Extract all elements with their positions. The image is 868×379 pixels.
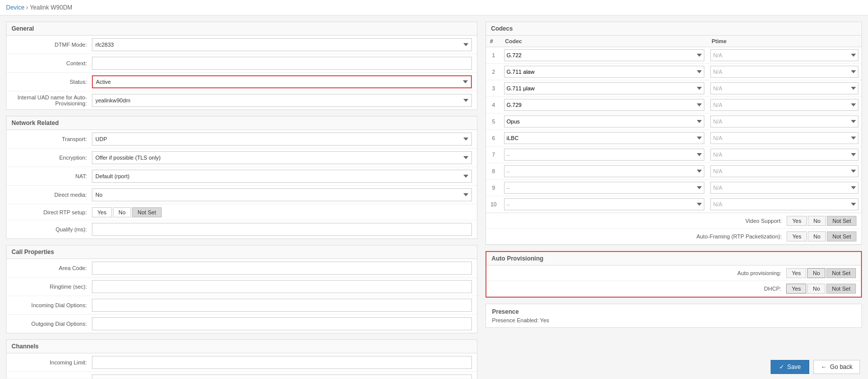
- call-section: Call Properties Area Code: Ringtime (sec…: [6, 245, 477, 333]
- auto-prov-notset[interactable]: Not Set: [826, 268, 856, 278]
- codec-select-3[interactable]: G.711 µlaw: [504, 82, 704, 94]
- encryption-select[interactable]: Offer if possible (TLS only): [92, 151, 472, 164]
- area-code-input[interactable]: [92, 262, 472, 275]
- ptime-select-2[interactable]: N/A: [710, 66, 858, 78]
- col-ptime: Ptime: [707, 36, 861, 47]
- presence-title: Presence: [492, 308, 855, 315]
- dhcp-yes[interactable]: Yes: [786, 284, 806, 294]
- right-panel: Codecs # Codec Ptime 1G.722N/A2G.711 ala…: [485, 22, 862, 372]
- codec-select-1[interactable]: G.722: [504, 49, 704, 61]
- dhcp-no[interactable]: No: [807, 284, 825, 294]
- video-support-yes[interactable]: Yes: [787, 216, 807, 226]
- dhcp-notset[interactable]: Not Set: [826, 284, 856, 294]
- internal-uad-select[interactable]: yealinkw90dm: [92, 94, 472, 107]
- codec-select-2[interactable]: G.711 alaw: [504, 66, 704, 78]
- nat-row: NAT: Default (rport): [7, 167, 477, 186]
- ptime-select-cell-7: N/A: [707, 147, 861, 163]
- call-title: Call Properties: [7, 245, 477, 259]
- status-select[interactable]: Active: [92, 75, 472, 88]
- arrow-left-icon: ←: [821, 363, 827, 370]
- codec-row-7: 7–N/A: [486, 147, 861, 163]
- nat-select[interactable]: Default (rport): [92, 170, 472, 183]
- go-back-label: Go back: [830, 363, 852, 370]
- video-support-btngroup: Yes No Not Set: [787, 216, 856, 226]
- auto-framing-label: Auto-Framing (RTP Packetization):: [491, 233, 787, 239]
- auto-prov-yes[interactable]: Yes: [786, 268, 806, 278]
- ptime-select-8[interactable]: N/A: [710, 165, 858, 177]
- ptime-select-cell-10: N/A: [707, 196, 861, 213]
- direct-media-select[interactable]: No: [92, 188, 472, 201]
- auto-framing-btngroup: Yes No Not Set: [787, 231, 856, 241]
- ptime-select-4[interactable]: N/A: [710, 99, 858, 111]
- codec-num-9: 9: [486, 180, 501, 196]
- outgoing-dial-input[interactable]: [92, 317, 472, 330]
- dtmf-mode-row: DTMF Mode: rfc2833: [7, 36, 477, 54]
- context-input[interactable]: default: [92, 57, 472, 70]
- bottom-bar: ✓ Save ← Go back: [763, 355, 868, 378]
- general-section: General DTMF Mode: rfc2833 Context: defa…: [6, 22, 477, 110]
- ptime-select-6[interactable]: N/A: [710, 132, 858, 144]
- context-label: Context:: [12, 60, 92, 66]
- codec-select-cell-9: –: [501, 180, 707, 196]
- breadcrumb-parent[interactable]: Device: [6, 4, 25, 11]
- dtmf-mode-select[interactable]: rfc2833: [92, 38, 472, 51]
- ptime-select-7[interactable]: N/A: [710, 149, 858, 161]
- incoming-dial-input[interactable]: tr: [92, 299, 472, 312]
- outgoing-dial-row: Outgoing Dial Options:: [7, 315, 477, 333]
- auto-prov-no[interactable]: No: [807, 268, 825, 278]
- ringtime-input[interactable]: 32: [92, 280, 472, 293]
- channels-title: Channels: [7, 340, 477, 353]
- ptime-select-9[interactable]: N/A: [710, 182, 858, 194]
- outgoing-limit-label: Outgoing Limit:: [12, 378, 92, 378]
- ptime-select-5[interactable]: N/A: [710, 115, 858, 128]
- video-support-row: Video Support: Yes No Not Set: [486, 213, 861, 229]
- codec-select-5[interactable]: Opus: [504, 115, 704, 128]
- qualify-input[interactable]: 8000: [92, 223, 472, 236]
- status-row: Status: Active: [7, 73, 477, 91]
- codec-select-cell-10: –: [501, 196, 707, 213]
- codec-select-7[interactable]: –: [504, 149, 704, 161]
- video-support-no[interactable]: No: [808, 216, 826, 226]
- col-codec: Codec: [501, 36, 707, 47]
- transport-row: Transport: UDP: [7, 130, 477, 149]
- auto-framing-notset[interactable]: Not Set: [827, 231, 856, 241]
- video-support-notset[interactable]: Not Set: [827, 216, 856, 226]
- save-button[interactable]: ✓ Save: [771, 360, 809, 374]
- codecs-table: # Codec Ptime 1G.722N/A2G.711 alawN/A3G.…: [486, 36, 861, 213]
- go-back-button[interactable]: ← Go back: [813, 360, 860, 374]
- codec-select-6[interactable]: iLBC: [504, 132, 704, 144]
- outgoing-limit-row: Outgoing Limit: 2: [7, 372, 477, 378]
- codec-row-4: 4G.729N/A: [486, 97, 861, 113]
- codec-select-4[interactable]: G.729: [504, 99, 704, 111]
- presence-enabled-label: Presence Enabled:: [492, 317, 539, 323]
- qualify-label: Qualify (ms):: [12, 226, 92, 232]
- codec-select-cell-7: –: [501, 147, 707, 163]
- codec-row-2: 2G.711 alawN/A: [486, 64, 861, 80]
- ringtime-row: Ringtime (sec): 32: [7, 278, 477, 296]
- breadcrumb-current: Yealink W90DM: [30, 4, 72, 11]
- ptime-select-3[interactable]: N/A: [710, 82, 858, 94]
- direct-rtp-yes[interactable]: Yes: [92, 207, 112, 217]
- incoming-limit-input[interactable]: 2: [92, 356, 472, 369]
- codec-num-8: 8: [486, 163, 501, 180]
- auto-framing-yes[interactable]: Yes: [787, 231, 807, 241]
- ptime-select-10[interactable]: N/A: [710, 198, 858, 210]
- outgoing-limit-input[interactable]: 2: [92, 374, 472, 378]
- codec-num-1: 1: [486, 47, 501, 64]
- codec-select-cell-3: G.711 µlaw: [501, 80, 707, 97]
- auto-framing-no[interactable]: No: [808, 231, 826, 241]
- ptime-select-cell-9: N/A: [707, 180, 861, 196]
- direct-rtp-no[interactable]: No: [113, 207, 131, 217]
- direct-rtp-btngroup: Yes No Not Set: [92, 207, 162, 217]
- direct-rtp-notset[interactable]: Not Set: [132, 207, 162, 217]
- transport-select[interactable]: UDP: [92, 133, 472, 146]
- transport-label: Transport:: [12, 136, 92, 142]
- network-title: Network Related: [7, 116, 477, 130]
- incoming-dial-label: Incoming Dial Options:: [12, 302, 92, 308]
- codec-select-8[interactable]: –: [504, 165, 704, 177]
- codec-select-10[interactable]: –: [504, 198, 704, 210]
- codec-select-9[interactable]: –: [504, 182, 704, 194]
- internal-uad-row: Internal UAD name for Auto-Provisioning:…: [7, 91, 477, 109]
- ptime-select-1[interactable]: N/A: [710, 49, 858, 61]
- ptime-select-cell-5: N/A: [707, 113, 861, 130]
